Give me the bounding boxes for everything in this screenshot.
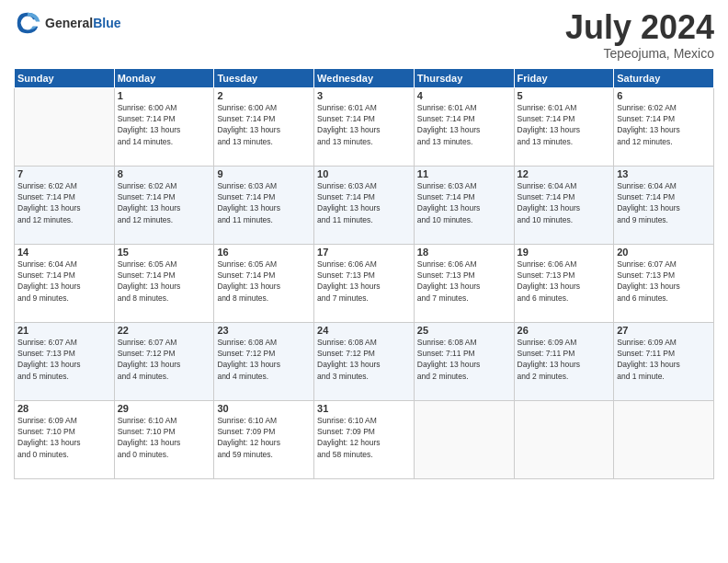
- day-number: 4: [417, 90, 511, 101]
- day-number: 22: [118, 325, 211, 336]
- logo-blue: Blue: [93, 16, 120, 30]
- day-number: 17: [317, 247, 411, 258]
- table-row: 11Sunrise: 6:03 AM Sunset: 7:14 PM Dayli…: [414, 166, 514, 244]
- table-row: 28Sunrise: 6:09 AM Sunset: 7:10 PM Dayli…: [15, 400, 115, 478]
- table-row: 19Sunrise: 6:06 AM Sunset: 7:13 PM Dayli…: [514, 244, 614, 322]
- table-row: 14Sunrise: 6:04 AM Sunset: 7:14 PM Dayli…: [15, 244, 115, 322]
- day-info: Sunrise: 6:07 AM Sunset: 7:12 PM Dayligh…: [118, 337, 211, 382]
- table-row: 18Sunrise: 6:06 AM Sunset: 7:13 PM Dayli…: [414, 244, 514, 322]
- day-number: 12: [518, 168, 611, 179]
- day-info: Sunrise: 6:00 AM Sunset: 7:14 PM Dayligh…: [217, 102, 311, 147]
- logo-general: General: [45, 16, 93, 30]
- table-row: 20Sunrise: 6:07 AM Sunset: 7:13 PM Dayli…: [614, 244, 714, 322]
- day-info: Sunrise: 6:01 AM Sunset: 7:14 PM Dayligh…: [518, 102, 611, 147]
- day-info: Sunrise: 6:10 AM Sunset: 7:09 PM Dayligh…: [217, 415, 311, 460]
- header-friday: Friday: [514, 68, 614, 87]
- calendar-header: Sunday Monday Tuesday Wednesday Thursday…: [15, 68, 714, 87]
- day-info: Sunrise: 6:09 AM Sunset: 7:11 PM Dayligh…: [617, 337, 711, 382]
- day-info: Sunrise: 6:02 AM Sunset: 7:14 PM Dayligh…: [17, 180, 111, 225]
- table-row: 9Sunrise: 6:03 AM Sunset: 7:14 PM Daylig…: [214, 166, 314, 244]
- day-info: Sunrise: 6:01 AM Sunset: 7:14 PM Dayligh…: [417, 102, 511, 147]
- header-wednesday: Wednesday: [314, 68, 415, 87]
- day-number: 5: [518, 90, 611, 101]
- logo-text: GeneralBlue: [45, 16, 120, 31]
- day-number: 28: [17, 403, 111, 414]
- title-block: July 2024 Tepeojuma, Mexico: [565, 9, 714, 61]
- day-number: 25: [417, 325, 511, 336]
- day-info: Sunrise: 6:03 AM Sunset: 7:14 PM Dayligh…: [217, 180, 311, 225]
- calendar-table: Sunday Monday Tuesday Wednesday Thursday…: [14, 68, 714, 479]
- day-info: Sunrise: 6:07 AM Sunset: 7:13 PM Dayligh…: [617, 259, 711, 304]
- table-row: [614, 400, 714, 478]
- day-info: Sunrise: 6:04 AM Sunset: 7:14 PM Dayligh…: [518, 180, 611, 225]
- page: GeneralBlue July 2024 Tepeojuma, Mexico …: [0, 0, 728, 563]
- table-row: 10Sunrise: 6:03 AM Sunset: 7:14 PM Dayli…: [314, 166, 415, 244]
- day-info: Sunrise: 6:00 AM Sunset: 7:14 PM Dayligh…: [118, 102, 211, 147]
- day-number: 29: [118, 403, 211, 414]
- day-info: Sunrise: 6:06 AM Sunset: 7:13 PM Dayligh…: [417, 259, 511, 304]
- day-number: 16: [217, 247, 311, 258]
- table-row: 5Sunrise: 6:01 AM Sunset: 7:14 PM Daylig…: [514, 87, 614, 166]
- table-row: 1Sunrise: 6:00 AM Sunset: 7:14 PM Daylig…: [114, 87, 214, 166]
- day-info: Sunrise: 6:01 AM Sunset: 7:14 PM Dayligh…: [317, 102, 411, 147]
- day-number: 23: [217, 325, 311, 336]
- day-info: Sunrise: 6:04 AM Sunset: 7:14 PM Dayligh…: [617, 180, 711, 225]
- table-row: 17Sunrise: 6:06 AM Sunset: 7:13 PM Dayli…: [314, 244, 415, 322]
- day-number: 10: [317, 168, 411, 179]
- table-row: 6Sunrise: 6:02 AM Sunset: 7:14 PM Daylig…: [614, 87, 714, 166]
- day-number: 1: [118, 90, 211, 101]
- table-row: 12Sunrise: 6:04 AM Sunset: 7:14 PM Dayli…: [514, 166, 614, 244]
- table-row: 29Sunrise: 6:10 AM Sunset: 7:10 PM Dayli…: [114, 400, 214, 478]
- day-info: Sunrise: 6:03 AM Sunset: 7:14 PM Dayligh…: [417, 180, 511, 225]
- table-row: 13Sunrise: 6:04 AM Sunset: 7:14 PM Dayli…: [614, 166, 714, 244]
- table-row: 7Sunrise: 6:02 AM Sunset: 7:14 PM Daylig…: [15, 166, 115, 244]
- logo-icon: [14, 9, 41, 37]
- table-row: 25Sunrise: 6:08 AM Sunset: 7:11 PM Dayli…: [414, 322, 514, 400]
- day-info: Sunrise: 6:09 AM Sunset: 7:11 PM Dayligh…: [518, 337, 611, 382]
- day-number: 20: [617, 247, 711, 258]
- table-row: 23Sunrise: 6:08 AM Sunset: 7:12 PM Dayli…: [214, 322, 314, 400]
- table-row: 27Sunrise: 6:09 AM Sunset: 7:11 PM Dayli…: [614, 322, 714, 400]
- day-number: 13: [617, 168, 711, 179]
- table-row: 15Sunrise: 6:05 AM Sunset: 7:14 PM Dayli…: [114, 244, 214, 322]
- day-number: 15: [118, 247, 211, 258]
- day-number: 24: [317, 325, 411, 336]
- header-monday: Monday: [114, 68, 214, 87]
- header-sunday: Sunday: [15, 68, 115, 87]
- header-tuesday: Tuesday: [214, 68, 314, 87]
- day-number: 7: [17, 168, 111, 179]
- header-saturday: Saturday: [614, 68, 714, 87]
- table-row: [514, 400, 614, 478]
- table-row: 8Sunrise: 6:02 AM Sunset: 7:14 PM Daylig…: [114, 166, 214, 244]
- day-number: 26: [518, 325, 611, 336]
- day-number: 18: [417, 247, 511, 258]
- day-number: 11: [417, 168, 511, 179]
- day-info: Sunrise: 6:08 AM Sunset: 7:12 PM Dayligh…: [217, 337, 311, 382]
- calendar-body: 1Sunrise: 6:00 AM Sunset: 7:14 PM Daylig…: [15, 87, 714, 478]
- table-row: 24Sunrise: 6:08 AM Sunset: 7:12 PM Dayli…: [314, 322, 415, 400]
- logo: GeneralBlue: [14, 9, 120, 37]
- table-row: 2Sunrise: 6:00 AM Sunset: 7:14 PM Daylig…: [214, 87, 314, 166]
- table-row: 26Sunrise: 6:09 AM Sunset: 7:11 PM Dayli…: [514, 322, 614, 400]
- table-row: 21Sunrise: 6:07 AM Sunset: 7:13 PM Dayli…: [15, 322, 115, 400]
- day-info: Sunrise: 6:07 AM Sunset: 7:13 PM Dayligh…: [17, 337, 111, 382]
- day-info: Sunrise: 6:09 AM Sunset: 7:10 PM Dayligh…: [17, 415, 111, 460]
- day-number: 31: [317, 403, 411, 414]
- table-row: 31Sunrise: 6:10 AM Sunset: 7:09 PM Dayli…: [314, 400, 415, 478]
- day-info: Sunrise: 6:08 AM Sunset: 7:12 PM Dayligh…: [317, 337, 411, 382]
- day-number: 30: [217, 403, 311, 414]
- table-row: 22Sunrise: 6:07 AM Sunset: 7:12 PM Dayli…: [114, 322, 214, 400]
- day-number: 3: [317, 90, 411, 101]
- month-title: July 2024: [565, 9, 714, 46]
- day-number: 2: [217, 90, 311, 101]
- day-info: Sunrise: 6:04 AM Sunset: 7:14 PM Dayligh…: [17, 259, 111, 304]
- day-number: 21: [17, 325, 111, 336]
- table-row: [15, 87, 115, 166]
- day-info: Sunrise: 6:10 AM Sunset: 7:10 PM Dayligh…: [118, 415, 211, 460]
- table-row: 4Sunrise: 6:01 AM Sunset: 7:14 PM Daylig…: [414, 87, 514, 166]
- day-info: Sunrise: 6:06 AM Sunset: 7:13 PM Dayligh…: [518, 259, 611, 304]
- day-info: Sunrise: 6:02 AM Sunset: 7:14 PM Dayligh…: [617, 102, 711, 147]
- location-subtitle: Tepeojuma, Mexico: [565, 46, 714, 61]
- header: GeneralBlue July 2024 Tepeojuma, Mexico: [14, 9, 714, 61]
- day-number: 8: [118, 168, 211, 179]
